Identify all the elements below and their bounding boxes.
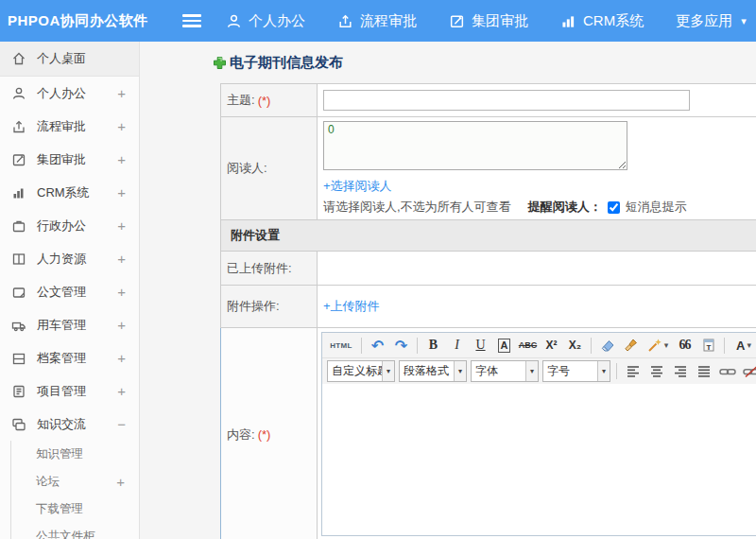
paste-special-icon[interactable]: T: [697, 335, 719, 356]
expand-icon[interactable]: +: [117, 184, 126, 200]
sidebar-item-label: 人力资源: [37, 251, 86, 268]
select-readers-link[interactable]: +选择阅读人: [323, 178, 756, 195]
sidebar-submenu-knowledge: 知识管理 论坛 + 下载管理 公共文件柜: [10, 441, 139, 539]
nav-workflow-approval[interactable]: 流程审批: [337, 12, 417, 30]
nav-more-apps[interactable]: 更多应用 ▾: [676, 12, 747, 30]
expand-icon[interactable]: +: [117, 251, 126, 267]
sidebar-item-crm[interactable]: CRM系统 +: [0, 176, 139, 209]
insert-link-icon[interactable]: [716, 360, 738, 382]
eraser-icon[interactable]: [596, 335, 618, 356]
remove-link-icon[interactable]: [740, 360, 756, 382]
sidebar-item-projects[interactable]: 项目管理 +: [0, 374, 139, 408]
italic-icon[interactable]: I: [446, 335, 468, 356]
sidebar-item-hr[interactable]: 人力资源 +: [0, 242, 139, 275]
sidebar-item-label: 集团审批: [37, 151, 86, 168]
sidebar-subitem-knowledge-mgmt[interactable]: 知识管理: [11, 441, 139, 468]
editor-toolbar-row2: 自定义标题▾ 段落格式▾ 字体▾ 字号▾: [322, 358, 756, 384]
readers-textarea[interactable]: 0: [323, 121, 627, 170]
bar-chart-icon: [560, 13, 576, 29]
expand-icon[interactable]: +: [117, 151, 126, 167]
subscript-icon[interactable]: X₂: [564, 335, 586, 356]
sidebar-item-label: 公文管理: [37, 284, 86, 301]
expand-icon[interactable]: +: [117, 85, 126, 101]
nav-label: 个人办公: [249, 12, 305, 30]
user-icon: [11, 86, 26, 101]
sms-remind-checkbox[interactable]: [608, 201, 620, 214]
font-name-icon[interactable]: A: [493, 335, 515, 356]
upload-attachment-link[interactable]: +上传附件: [323, 298, 380, 315]
expand-icon[interactable]: +: [116, 474, 125, 490]
nav-crm-system[interactable]: CRM系统: [560, 12, 644, 30]
font-color-icon[interactable]: A▾: [730, 335, 756, 356]
add-plus-icon: [213, 56, 227, 70]
sidebar-item-desktop[interactable]: 个人桌面: [0, 42, 139, 77]
sidebar-item-vehicles[interactable]: 用车管理 +: [0, 308, 139, 341]
nav-label: 更多应用: [676, 12, 732, 30]
edit-square-icon: [11, 152, 26, 167]
sidebar-item-knowledge[interactable]: 知识交流 −: [0, 408, 139, 441]
nav-group-approval[interactable]: 集团审批: [449, 12, 528, 30]
attachment-ops-label: 附件操作:: [221, 286, 318, 327]
home-icon: [11, 51, 26, 66]
sidebar-subitem-downloads[interactable]: 下载管理: [11, 496, 139, 523]
superscript-icon[interactable]: X²: [541, 335, 562, 356]
sidebar: 个人桌面 个人办公 + 流程审批 + 集团审批 + CRM系统 + 行政办公 +…: [0, 42, 140, 539]
workflow-icon: [337, 13, 353, 29]
html-source-button[interactable]: HTML: [326, 335, 356, 356]
expand-icon[interactable]: +: [117, 317, 126, 333]
bar-chart-icon: [11, 185, 26, 200]
sidebar-item-personal-office[interactable]: 个人办公 +: [0, 77, 139, 110]
form-row-subject: 主题: (*): [220, 84, 756, 117]
align-right-icon[interactable]: [669, 360, 691, 382]
archive-icon: [11, 351, 26, 366]
sidebar-item-archives[interactable]: 档案管理 +: [0, 341, 139, 374]
auto-typeset-icon[interactable]: ▾: [644, 335, 672, 356]
menu-toggle-icon[interactable]: [182, 14, 201, 27]
editor-content-area[interactable]: [322, 384, 756, 535]
expand-icon[interactable]: +: [117, 284, 126, 300]
subject-input[interactable]: [323, 90, 690, 111]
align-left-icon[interactable]: [622, 360, 644, 382]
align-center-icon[interactable]: [645, 360, 667, 382]
blockquote-icon[interactable]: 66: [674, 335, 696, 356]
required-mark: (*): [258, 94, 271, 108]
form-row-readers: 阅读人: 0 +选择阅读人 请选择阅读人,不选为所有人可查看 提醒阅读人： 短消…: [220, 117, 756, 220]
sidebar-item-admin-office[interactable]: 行政办公 +: [0, 209, 139, 242]
app-title: PHPOA协同办公软件: [8, 12, 182, 30]
redo-icon[interactable]: ↷: [390, 335, 412, 356]
user-icon: [226, 13, 242, 29]
app-header: PHPOA协同办公软件 个人办公 流程审批 集团审批: [0, 0, 756, 42]
collapse-icon[interactable]: −: [117, 416, 126, 432]
paragraph-select[interactable]: 段落格式▾: [399, 360, 467, 382]
sidebar-item-documents[interactable]: 公文管理 +: [0, 275, 139, 308]
sidebar-subitem-forum[interactable]: 论坛 +: [11, 468, 139, 496]
caret-down-icon: ▾: [382, 361, 394, 381]
sidebar-subitem-public-files[interactable]: 公共文件柜: [11, 523, 139, 539]
expand-icon[interactable]: +: [117, 383, 126, 399]
underline-icon[interactable]: U: [470, 335, 491, 356]
strikethrough-icon[interactable]: ABC: [517, 335, 539, 356]
sms-remind-label: 短消息提示: [626, 199, 687, 216]
sidebar-item-label: 公共文件柜: [36, 529, 95, 539]
nav-label: CRM系统: [583, 12, 644, 30]
publish-form: 主题: (*) 阅读人: 0 +选择阅读人 请选择阅读人,不选为所有人可查看 提…: [220, 83, 756, 539]
sidebar-item-label: 个人桌面: [37, 50, 86, 67]
bold-icon[interactable]: B: [422, 335, 444, 356]
align-justify-icon[interactable]: [693, 360, 714, 382]
book-icon: [11, 252, 26, 267]
nav-personal-office[interactable]: 个人办公: [226, 12, 305, 30]
sidebar-item-label: 档案管理: [37, 350, 86, 367]
expand-icon[interactable]: +: [117, 350, 126, 366]
sidebar-item-label: 下载管理: [36, 501, 83, 517]
expand-icon[interactable]: +: [117, 118, 126, 134]
page-title-text: 电子期刊信息发布: [230, 54, 343, 72]
format-brush-icon[interactable]: [620, 335, 642, 356]
heading-select[interactable]: 自定义标题▾: [327, 360, 395, 382]
font-size-select[interactable]: 字号▾: [542, 360, 610, 382]
expand-icon[interactable]: +: [117, 217, 126, 234]
sidebar-item-workflow[interactable]: 流程审批 +: [0, 110, 139, 143]
undo-icon[interactable]: ↶: [367, 335, 388, 356]
font-family-select[interactable]: 字体▾: [471, 360, 539, 382]
knowledge-icon: [11, 417, 26, 432]
sidebar-item-group-approval[interactable]: 集团审批 +: [0, 143, 139, 176]
